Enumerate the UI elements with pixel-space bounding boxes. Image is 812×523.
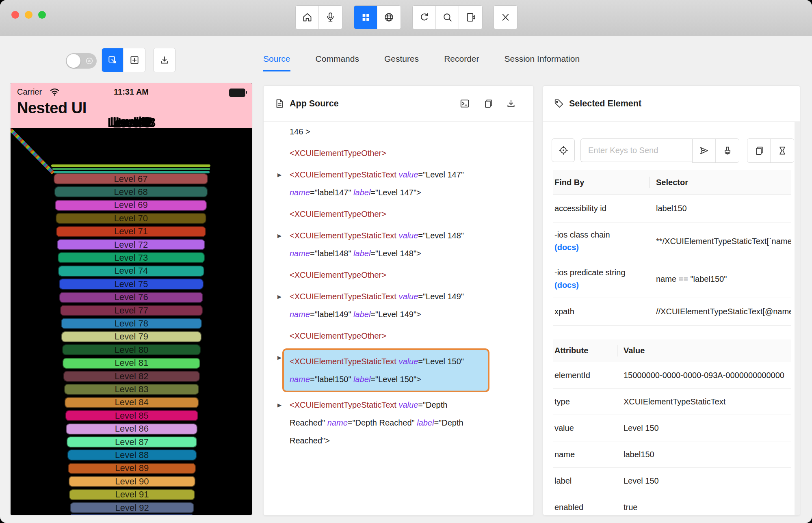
level-bar[interactable]: Level 76: [59, 292, 203, 303]
level-bar[interactable]: Level 80: [62, 344, 201, 355]
tab-commands[interactable]: Commands: [316, 54, 359, 71]
level-bar[interactable]: Level 88: [67, 450, 197, 460]
level-bar[interactable]: Level 72: [57, 239, 205, 250]
source-tree-node[interactable]: ▶<XCUIElementTypeStaticText value="Level…: [277, 166, 533, 201]
terminal-icon[interactable]: [459, 98, 470, 109]
source-node-text: <XCUIElementTypeStaticText value="Level …: [290, 287, 477, 323]
tab-session-information[interactable]: Session Information: [505, 54, 580, 71]
docs-link[interactable]: (docs): [554, 241, 656, 254]
expand-arrow-icon[interactable]: ▶: [277, 396, 290, 450]
element-highlighter-toggle[interactable]: [66, 53, 97, 69]
level-bar[interactable]: Level 87: [67, 437, 197, 447]
source-tree-node[interactable]: ▶<XCUIElementTypeStaticText value="Level…: [277, 287, 533, 323]
copy-attributes-button[interactable]: [747, 139, 771, 162]
microphone-button[interactable]: [319, 6, 342, 29]
level-bar-label: Level 71: [114, 226, 148, 237]
tab-source[interactable]: Source: [263, 54, 290, 71]
minimize-window-button[interactable]: [25, 11, 32, 19]
send-keys-input[interactable]: [580, 138, 692, 162]
search-button[interactable]: [436, 6, 459, 29]
selected-element-header: Selected Element: [543, 86, 800, 122]
xml-plain: ="Depth Reached": [348, 418, 417, 427]
xml-plain: ="Level 148">: [370, 249, 421, 258]
xml-attr: value: [398, 292, 418, 301]
zoom-window-button[interactable]: [38, 11, 46, 19]
xml-attr: value: [398, 357, 418, 366]
level-bar[interactable]: Level 73: [58, 252, 205, 263]
level-bar-label: Level 79: [115, 331, 148, 342]
source-node-text: 146 >: [290, 123, 477, 140]
attribute-name: value: [553, 424, 624, 433]
send-keys-button[interactable]: [693, 139, 716, 162]
source-tree-node[interactable]: <XCUIElementTypeOther>: [277, 327, 533, 345]
level-bar[interactable]: Level 79: [61, 331, 201, 342]
level-bar[interactable]: Level 67: [54, 173, 208, 184]
source-tree-node[interactable]: 146 >: [277, 123, 533, 140]
expand-arrow-icon[interactable]: ▶: [277, 227, 290, 262]
tab-gestures[interactable]: Gestures: [384, 54, 419, 71]
docs-link[interactable]: (docs): [554, 279, 656, 292]
globe-button[interactable]: [377, 6, 401, 29]
hourglass-icon: [777, 145, 788, 156]
level-bar[interactable]: Level 69: [55, 200, 207, 211]
level-bar[interactable]: Level 83: [64, 384, 199, 395]
download-screenshot-button[interactable]: [154, 48, 175, 72]
level-bar[interactable]: Level 70: [56, 213, 206, 224]
source-tree-node[interactable]: ▶<XCUIElementTypeStaticText value="Level…: [277, 348, 533, 392]
xml-attr: label: [417, 418, 434, 427]
xml-attr: value: [398, 400, 418, 409]
level-bar[interactable]: Level 92: [70, 502, 194, 513]
level-bar[interactable]: Level 77: [60, 305, 203, 316]
copy-icon[interactable]: [483, 98, 493, 109]
level-bar[interactable]: Level 91: [69, 489, 195, 500]
level-bar-label: Level 80: [115, 345, 148, 355]
close-window-button[interactable]: [11, 11, 19, 19]
level-bar-label: Level 69: [114, 200, 148, 210]
level-bar[interactable]: Level 71: [56, 226, 206, 237]
level-bar[interactable]: Level 68: [54, 186, 208, 197]
locate-element-button[interactable]: [552, 138, 575, 162]
home-button[interactable]: [296, 6, 319, 29]
arrow-spacer: [277, 327, 290, 345]
find-by-header-cell: Find By: [553, 176, 656, 189]
source-tree-node[interactable]: ▶<XCUIElementTypeStaticText value="Level…: [277, 227, 533, 262]
level-bar[interactable]: Level 81: [63, 358, 200, 369]
level-bar[interactable]: Level 86: [66, 424, 197, 434]
source-tree-node[interactable]: <XCUIElementTypeOther>: [277, 144, 533, 162]
screen-recorder-button[interactable]: [459, 6, 482, 29]
level-sliver[interactable]: [71, 514, 193, 515]
refresh-button[interactable]: [413, 6, 436, 29]
level-sliver[interactable]: [51, 164, 210, 167]
download-icon[interactable]: [506, 98, 516, 109]
select-elements-button[interactable]: [102, 48, 123, 72]
level-sliver[interactable]: [52, 168, 210, 170]
level-bar[interactable]: Level 89: [68, 463, 196, 474]
clear-brush-icon: [722, 145, 733, 156]
tab-recorder[interactable]: Recorder: [444, 54, 479, 71]
source-tree-node[interactable]: <XCUIElementTypeOther>: [277, 266, 533, 284]
level-bar[interactable]: Level 78: [61, 318, 202, 329]
level-bar[interactable]: Level 90: [69, 476, 195, 487]
level-bar-label: Level 78: [115, 318, 148, 329]
level-bar[interactable]: Level 85: [65, 410, 198, 421]
panel-scrollbar[interactable]: [795, 122, 800, 515]
xml-attr: name: [290, 249, 310, 258]
level-bar-label: Level 83: [115, 384, 148, 395]
source-tree-node[interactable]: ▶<XCUIElementTypeStaticText value="Depth…: [277, 396, 533, 450]
level-bar[interactable]: Level 82: [63, 371, 200, 382]
expand-arrow-icon[interactable]: ▶: [277, 287, 290, 323]
xml-plain: ="label150": [310, 375, 353, 384]
tap-by-coordinates-button[interactable]: [123, 48, 145, 72]
expand-arrow-icon[interactable]: ▶: [277, 166, 290, 201]
level-bar[interactable]: Level 84: [65, 397, 199, 408]
level-bar[interactable]: Level 75: [59, 279, 204, 290]
arrow-spacer: [277, 205, 290, 223]
xml-attr: name: [290, 375, 310, 384]
quit-session-button[interactable]: [494, 6, 517, 29]
grid-view-button[interactable]: [354, 6, 377, 29]
wait-for-element-button[interactable]: [771, 139, 794, 162]
device-screenshot[interactable]: Carrier 11:31 AM Nested UI Level 8 Level…: [11, 83, 252, 515]
source-tree-node[interactable]: <XCUIElementTypeOther>: [277, 205, 533, 223]
clear-button[interactable]: [716, 139, 739, 162]
level-bar[interactable]: Level 74: [58, 266, 204, 277]
